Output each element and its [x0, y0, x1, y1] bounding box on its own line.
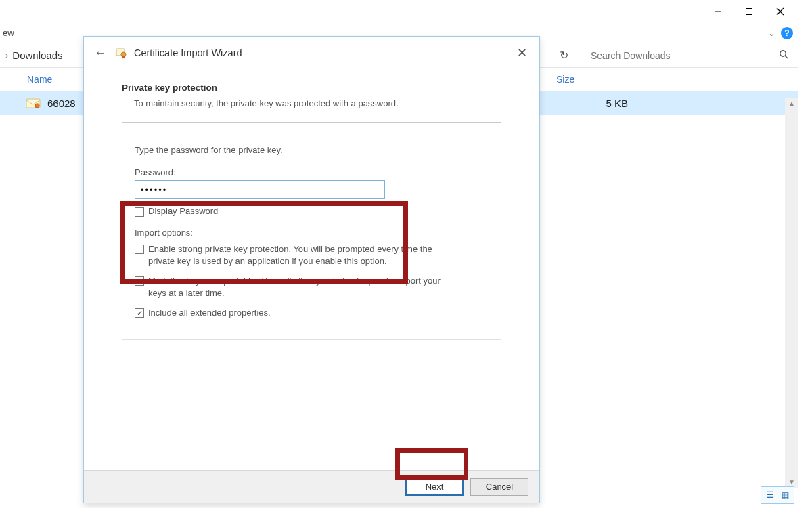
- help-icon[interactable]: ?: [781, 27, 793, 39]
- maximize-button[interactable]: [734, 1, 765, 22]
- section-subtitle: To maintain security, the private key wa…: [122, 98, 501, 108]
- refresh-button[interactable]: ↻: [556, 47, 572, 63]
- cancel-button[interactable]: Cancel: [470, 478, 528, 496]
- search-input[interactable]: [585, 50, 773, 61]
- wizard-inner-panel: Type the password for the private key. P…: [122, 135, 501, 340]
- divider: [122, 122, 501, 123]
- close-button[interactable]: [765, 1, 796, 22]
- extended-properties-checkbox[interactable]: [135, 308, 144, 318]
- back-button[interactable]: ←: [92, 46, 108, 60]
- svg-point-4: [780, 51, 786, 56]
- display-password-row[interactable]: Display Password: [135, 206, 489, 217]
- vertical-scrollbar[interactable]: ▲ ▼: [785, 98, 798, 488]
- search-box[interactable]: [585, 47, 794, 64]
- wizard-title: Certificate Import Wizard: [134, 47, 242, 58]
- section-title: Private key protection: [122, 83, 501, 93]
- option-strong-protection[interactable]: Enable strong private key protection. Yo…: [135, 243, 489, 267]
- next-button[interactable]: Next: [405, 478, 464, 496]
- svg-rect-1: [746, 9, 752, 15]
- scroll-up-icon[interactable]: ▲: [788, 98, 795, 109]
- chevron-down-icon[interactable]: ⌄: [768, 28, 775, 38]
- certificate-icon: [115, 47, 127, 59]
- wizard-footer: Next Cancel: [84, 470, 539, 503]
- breadcrumb-item[interactable]: Downloads: [12, 49, 62, 61]
- close-icon[interactable]: ✕: [513, 45, 531, 60]
- wizard-titlebar: ← Certificate Import Wizard ✕: [84, 37, 539, 69]
- file-size: 5 KB: [554, 98, 648, 109]
- search-icon[interactable]: [773, 49, 794, 61]
- svg-line-5: [785, 56, 788, 58]
- option-exportable[interactable]: Mark this key as exportable. This will a…: [135, 275, 489, 299]
- column-size[interactable]: Size: [556, 74, 651, 85]
- extended-properties-label: Include all extended properties.: [148, 307, 271, 319]
- details-view-icon[interactable]: ☰: [763, 489, 777, 501]
- option-extended-properties[interactable]: Include all extended properties.: [135, 307, 489, 319]
- ribbon-tab-view[interactable]: ew: [3, 28, 14, 38]
- exportable-label: Mark this key as exportable. This will a…: [148, 275, 459, 299]
- certificate-import-wizard-dialog: ← Certificate Import Wizard ✕ Private ke…: [83, 36, 540, 503]
- window-titlebar: [0, 0, 798, 23]
- display-password-label: Display Password: [148, 206, 218, 216]
- view-switcher: ☰ ▦: [761, 486, 794, 504]
- wizard-body: Private key protection To maintain secur…: [84, 69, 539, 340]
- breadcrumb[interactable]: › Downloads: [4, 49, 63, 61]
- large-icons-view-icon[interactable]: ▦: [778, 489, 792, 501]
- chevron-right-icon: ›: [5, 50, 8, 60]
- strong-protection-label: Enable strong private key protection. Yo…: [148, 243, 459, 267]
- password-label: Password:: [135, 167, 489, 177]
- minimize-button[interactable]: [702, 1, 734, 22]
- display-password-checkbox[interactable]: [135, 207, 144, 217]
- strong-protection-checkbox[interactable]: [135, 245, 144, 254]
- password-input[interactable]: [135, 180, 385, 199]
- password-instruction: Type the password for the private key.: [135, 145, 489, 155]
- exportable-checkbox[interactable]: [135, 276, 144, 286]
- certificate-file-icon: [24, 96, 42, 110]
- svg-point-9: [121, 52, 126, 57]
- svg-point-7: [35, 104, 39, 108]
- import-options-label: Import options:: [135, 228, 489, 238]
